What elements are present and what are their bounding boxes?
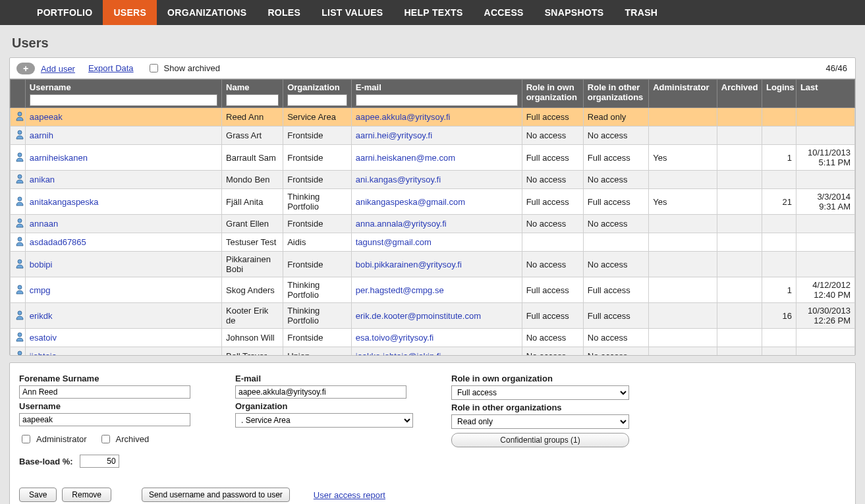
table-row[interactable]: asdadad67865Testuser TestAidistagunst@gm… — [11, 233, 855, 252]
role-other-select[interactable]: Read only — [451, 414, 629, 429]
email-link[interactable]: anikangaspeska@gmail.com — [356, 197, 465, 207]
username-field[interactable] — [19, 413, 190, 426]
nav-organizations[interactable]: ORGANIZATIONS — [157, 0, 257, 25]
archived-toggle[interactable]: Archived — [99, 433, 150, 445]
table-row[interactable]: annaanGrant EllenFrontsideanna.annala@yr… — [11, 215, 855, 233]
col-name-label: Name — [226, 82, 249, 92]
col-username-label: Username — [30, 82, 71, 92]
nav-portfolio[interactable]: PORTFOLIO — [26, 0, 103, 25]
username-link[interactable]: annaan — [30, 219, 58, 229]
table-row[interactable]: erikdkKooter Erik deThinking Portfolioer… — [11, 303, 855, 329]
remove-button[interactable]: Remove — [62, 488, 111, 502]
user-access-report-link[interactable]: User access report — [314, 490, 385, 500]
email-field[interactable] — [235, 385, 406, 399]
nav-snapshots[interactable]: SNAPSHOTS — [534, 0, 615, 25]
svg-point-0 — [18, 112, 22, 116]
cell-name: Mondo Ben — [222, 171, 283, 189]
col-email[interactable]: E-mail — [351, 80, 522, 108]
username-link[interactable]: asdadad67865 — [30, 237, 86, 247]
svg-point-4 — [18, 197, 22, 201]
col-username[interactable]: Username — [25, 80, 221, 108]
cell-role-other — [583, 233, 648, 252]
show-archived-toggle[interactable]: Show archived — [147, 62, 220, 74]
col-name[interactable]: Name — [222, 80, 283, 108]
nav-users[interactable]: USERS — [103, 0, 157, 25]
username-link[interactable]: anitakangaspeska — [30, 197, 99, 207]
save-button[interactable]: Save — [19, 488, 57, 502]
user-icon-cell — [11, 233, 26, 252]
col-last[interactable]: Last — [796, 80, 854, 108]
table-row[interactable]: esatoivJohnson WillFrontsideesa.toivo@yr… — [11, 329, 855, 347]
role-own-select[interactable]: Full access — [451, 385, 629, 400]
email-link[interactable]: aarni.heiskanen@me.com — [356, 153, 455, 163]
username-link[interactable]: aarniheiskanen — [30, 153, 88, 163]
table-row[interactable]: cmpgSkog AndersThinking Portfolioper.hag… — [11, 277, 855, 303]
organization-select[interactable]: . Service Area — [235, 413, 413, 428]
nav-access[interactable]: ACCESS — [474, 0, 534, 25]
table-row[interactable]: jjohtajaBell TrevorUnionjaakko.johtaja@j… — [11, 347, 855, 356]
user-icon — [14, 129, 25, 140]
cell-admin — [649, 347, 717, 356]
filter-organization[interactable] — [287, 94, 347, 106]
username-link[interactable]: bobipi — [30, 260, 53, 269]
col-admin[interactable]: Administrator — [649, 80, 717, 108]
filter-name[interactable] — [226, 94, 279, 106]
col-role-own[interactable]: Role in own organization — [522, 80, 583, 108]
table-row[interactable]: aarnihGrass ArtFrontsideaarni.hei@yritys… — [11, 126, 855, 145]
email-link[interactable]: aapee.akkula@yritysoy.fi — [356, 112, 451, 122]
add-user-link[interactable]: + Add user — [16, 63, 75, 74]
cell-name: Barrault Sam — [222, 145, 283, 171]
baseload-field[interactable] — [80, 455, 119, 468]
table-row[interactable]: anikanMondo BenFrontsideani.kangas@yrity… — [11, 171, 855, 189]
nav-trash[interactable]: TRASH — [615, 0, 669, 25]
email-link[interactable]: per.hagstedt@cmpg.se — [356, 285, 444, 295]
email-link[interactable]: anna.annala@yritysoy.fi — [356, 219, 447, 229]
filter-username[interactable] — [30, 94, 217, 106]
forename-field[interactable] — [19, 385, 190, 399]
col-organization[interactable]: Organization — [283, 80, 352, 108]
username-link[interactable]: aapeeak — [30, 112, 63, 122]
nav-help-texts[interactable]: HELP TEXTS — [393, 0, 473, 25]
email-link[interactable]: esa.toivo@yritysoy.fi — [356, 333, 433, 343]
username-link[interactable]: cmpg — [30, 285, 51, 295]
cell-last — [796, 252, 854, 277]
username-link[interactable]: esatoiv — [30, 333, 57, 343]
show-archived-checkbox[interactable] — [150, 64, 158, 72]
email-link[interactable]: jaakko.johtaja@jokin.fi — [356, 351, 441, 355]
username-link[interactable]: jjohtaja — [30, 351, 57, 355]
nav-roles[interactable]: ROLES — [257, 0, 311, 25]
cell-org: Frontside — [283, 215, 352, 233]
svg-point-6 — [18, 237, 22, 241]
col-archived[interactable]: Archived — [717, 80, 762, 108]
table-row[interactable]: bobipiPikkarainen BobiFrontsidebobi.pikk… — [11, 252, 855, 277]
cell-admin: Yes — [649, 189, 717, 215]
user-icon — [14, 173, 25, 184]
table-row[interactable]: anitakangaspeskaFjäll AnitaThinking Port… — [11, 189, 855, 215]
cell-role-other: Read only — [583, 108, 648, 126]
table-row[interactable]: aapeeakReed AnnService Areaaapee.akkula@… — [11, 108, 855, 126]
filter-email[interactable] — [356, 94, 518, 106]
email-link[interactable]: tagunst@gmail.com — [356, 237, 432, 247]
nav-list-values[interactable]: LIST VALUES — [311, 0, 393, 25]
confidential-groups-button[interactable]: Confidential groups (1) — [451, 433, 629, 447]
email-link[interactable]: bobi.pikkarainen@yritysoy.fi — [356, 260, 462, 269]
email-link[interactable]: aarni.hei@yritysoy.fi — [356, 130, 432, 140]
col-logins[interactable]: Logins — [762, 80, 796, 108]
table-row[interactable]: aarniheiskanenBarrault SamFrontsideaarni… — [11, 145, 855, 171]
cell-org: Service Area — [283, 108, 352, 126]
archived-checkbox[interactable] — [101, 435, 110, 443]
admin-checkbox[interactable] — [22, 435, 30, 443]
username-link[interactable]: anikan — [30, 175, 55, 184]
user-icon-cell — [11, 252, 26, 277]
username-link[interactable]: aarnih — [30, 130, 53, 140]
username-link[interactable]: erikdk — [30, 311, 53, 321]
admin-toggle[interactable]: Administrator — [19, 433, 87, 445]
send-credentials-button[interactable]: Send username and password to user — [142, 488, 290, 502]
email-link[interactable]: erik.de.kooter@pmoinstitute.com — [356, 311, 481, 321]
table-scroll[interactable]: Username Name Organization E-mail — [10, 78, 855, 355]
user-icon — [14, 310, 25, 320]
col-role-other[interactable]: Role in other organizations — [583, 80, 648, 108]
export-data-link[interactable]: Export Data — [88, 63, 134, 73]
cell-role-own: No access — [522, 329, 583, 347]
email-link[interactable]: ani.kangas@yritysoy.fi — [356, 175, 441, 184]
